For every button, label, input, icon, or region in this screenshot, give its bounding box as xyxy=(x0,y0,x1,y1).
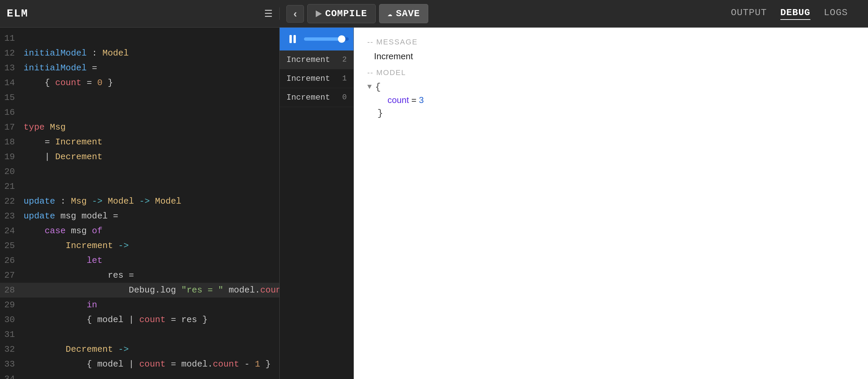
model-field-name: count xyxy=(388,95,409,105)
line-number: 30 xyxy=(0,312,20,327)
debug-message-label: Increment xyxy=(286,74,330,83)
model-section-label: -- MODEL xyxy=(367,68,855,77)
line-number: 27 xyxy=(0,268,20,283)
debug-panel: Increment2Increment1Increment0 xyxy=(280,28,354,379)
save-button[interactable]: ☁ SAVE xyxy=(379,4,429,23)
message-value: Increment xyxy=(367,51,855,62)
tab-output[interactable]: OUTPUT xyxy=(731,7,767,20)
line-number: 25 xyxy=(0,238,20,253)
compile-button[interactable]: COMPILE xyxy=(307,4,376,23)
editor-header: ELM ☰ xyxy=(0,7,280,20)
code-line[interactable]: 31 xyxy=(0,327,279,342)
code-line[interactable]: 30 { model | count = res } xyxy=(0,312,279,327)
debug-message-count: 0 xyxy=(342,93,347,102)
timeline-slider[interactable] xyxy=(304,37,349,41)
line-number: 18 xyxy=(0,135,20,149)
code-line[interactable]: 20 xyxy=(0,164,279,179)
model-arrow-icon: ▼ xyxy=(367,83,372,91)
code-line[interactable]: 33 { model | count = model.count - 1 } xyxy=(0,357,279,372)
line-content: update : Msg -> Model -> Model xyxy=(20,194,279,209)
top-bar: ELM ☰ ‹ COMPILE ☁ SAVE OUTPUT DEBUG LOGS xyxy=(0,0,868,28)
back-icon: ‹ xyxy=(293,7,297,20)
main-content: 11 12initialModel : Model13initialModel … xyxy=(0,28,868,379)
code-line[interactable]: 23update msg model = xyxy=(0,209,279,223)
code-line[interactable]: 17type Msg xyxy=(0,120,279,135)
save-cloud-icon: ☁ xyxy=(388,9,393,19)
line-content: { model | count = model.count - 1 } xyxy=(20,357,279,372)
code-line[interactable]: 19 | Decrement xyxy=(0,149,279,164)
line-number: 26 xyxy=(0,253,20,268)
code-line[interactable]: 18 = Increment xyxy=(0,135,279,149)
save-label: SAVE xyxy=(396,8,420,19)
tab-logs[interactable]: LOGS xyxy=(824,7,848,20)
line-content: Debug.log "res = " model.count + 1 xyxy=(20,283,280,298)
line-content: { model | count = res } xyxy=(20,312,279,327)
code-editor[interactable]: 11 12initialModel : Model13initialModel … xyxy=(0,28,280,379)
code-line[interactable]: 32 Decrement -> xyxy=(0,342,279,357)
code-line[interactable]: 15 xyxy=(0,90,279,105)
debug-message-item[interactable]: Increment2 xyxy=(280,50,353,69)
line-content xyxy=(20,327,279,342)
line-content xyxy=(20,31,279,46)
model-field-count: count = 3 xyxy=(367,95,855,105)
line-content: Decrement -> xyxy=(20,342,279,357)
toolbar: ‹ COMPILE ☁ SAVE OUTPUT DEBUG LOGS xyxy=(280,4,868,23)
code-line[interactable]: 34 xyxy=(0,372,279,379)
code-line[interactable]: 13initialModel = xyxy=(0,61,279,75)
line-number: 32 xyxy=(0,342,20,357)
line-number: 33 xyxy=(0,357,20,372)
model-close-brace: } xyxy=(367,108,855,118)
code-line[interactable]: 11 xyxy=(0,31,279,46)
code-line[interactable]: 29 in xyxy=(0,298,279,312)
line-content: type Msg xyxy=(20,120,279,135)
code-line[interactable]: 16 xyxy=(0,105,279,120)
pause-button[interactable] xyxy=(284,31,301,47)
play-icon xyxy=(316,10,322,17)
line-number: 17 xyxy=(0,120,20,135)
debug-message-item[interactable]: Increment0 xyxy=(280,88,353,107)
line-number: 11 xyxy=(0,31,20,46)
debug-message-item[interactable]: Increment1 xyxy=(280,69,353,88)
line-content: let xyxy=(20,253,279,268)
line-number: 34 xyxy=(0,372,20,379)
code-line[interactable]: 14 { count = 0 } xyxy=(0,75,279,90)
line-number: 15 xyxy=(0,90,20,105)
debug-message-count: 1 xyxy=(342,74,347,83)
view-tabs: OUTPUT DEBUG LOGS xyxy=(731,7,861,20)
line-number: 23 xyxy=(0,209,20,223)
code-line[interactable]: 24 case msg of xyxy=(0,223,279,238)
line-content: Increment -> xyxy=(20,238,279,253)
debug-message-label: Increment xyxy=(286,55,330,64)
debug-controls xyxy=(280,28,353,50)
line-content: initialModel = xyxy=(20,61,279,75)
line-content xyxy=(20,164,279,179)
back-button[interactable]: ‹ xyxy=(286,5,304,23)
line-content: update msg model = xyxy=(20,209,279,223)
compile-label: COMPILE xyxy=(325,8,367,19)
code-line[interactable]: 25 Increment -> xyxy=(0,238,279,253)
code-line[interactable]: 26 let xyxy=(0,253,279,268)
code-line[interactable]: 22update : Msg -> Model -> Model xyxy=(0,194,279,209)
tab-debug[interactable]: DEBUG xyxy=(780,7,810,20)
line-number: 16 xyxy=(0,105,20,120)
debug-messages: Increment2Increment1Increment0 xyxy=(280,50,353,379)
inspector: -- MESSAGE Increment -- MODEL ▼ { count … xyxy=(354,28,868,379)
line-content: initialModel : Model xyxy=(20,46,279,61)
line-number: 19 xyxy=(0,149,20,164)
line-content: { count = 0 } xyxy=(20,75,279,90)
code-line[interactable]: 21 xyxy=(0,179,279,194)
code-line[interactable]: 27 res = xyxy=(0,268,279,283)
message-section-label: -- MESSAGE xyxy=(367,38,855,46)
line-number: 21 xyxy=(0,179,20,194)
line-content: in xyxy=(20,298,279,312)
line-number: 22 xyxy=(0,194,20,209)
code-line[interactable]: 28 Debug.log "res = " model.count + 1 xyxy=(0,283,279,298)
line-number: 13 xyxy=(0,61,20,75)
line-content xyxy=(20,105,279,120)
line-number: 31 xyxy=(0,327,20,342)
line-content: case msg of xyxy=(20,223,279,238)
line-number: 14 xyxy=(0,75,20,90)
code-line[interactable]: 12initialModel : Model xyxy=(0,46,279,61)
debug-message-count: 2 xyxy=(342,56,347,64)
menu-icon[interactable]: ☰ xyxy=(264,8,273,20)
